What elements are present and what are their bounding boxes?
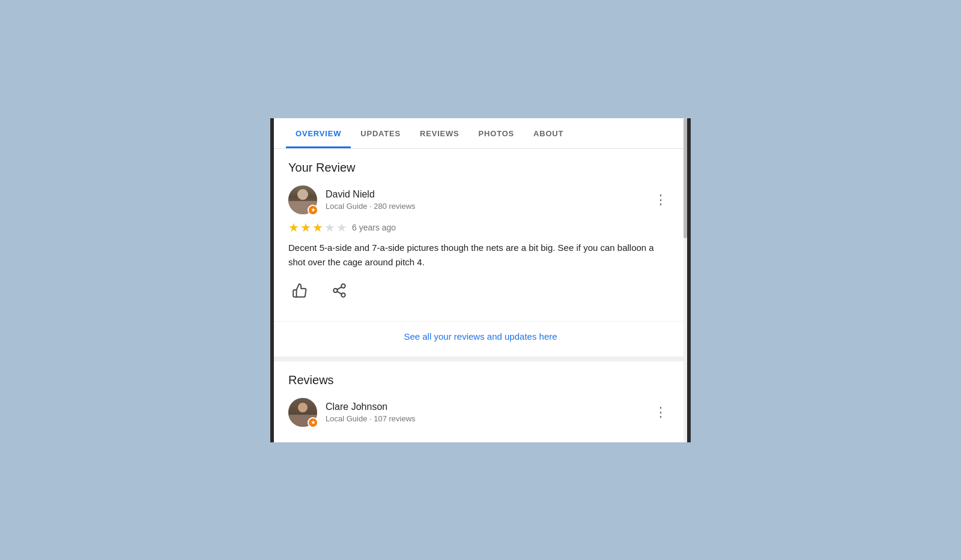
review-text: Decent 5-a-side and 7-a-side pictures th… — [288, 241, 673, 269]
reviewer-details: David Nield Local Guide · 280 reviews — [326, 188, 416, 211]
tab-photos[interactable]: PHOTOS — [469, 118, 524, 148]
scrollbar-thumb[interactable] — [684, 118, 687, 238]
star-4: ★ — [324, 220, 335, 235]
clare-meta: Local Guide · 107 reviews — [326, 414, 416, 423]
star-1: ★ — [288, 220, 299, 235]
star-2: ★ — [300, 220, 311, 235]
clare-details: Clare Johnson Local Guide · 107 reviews — [326, 401, 416, 424]
see-all-link[interactable]: See all your reviews and updates here — [404, 331, 557, 342]
clare-avatar: ★ — [288, 398, 317, 427]
see-all-section: See all your reviews and updates here — [274, 321, 687, 357]
section-divider — [274, 357, 687, 361]
clare-name: Clare Johnson — [326, 401, 416, 414]
tabs-bar: OVERVIEW UPDATES REVIEWS PHOTOS ABOUT — [274, 118, 687, 149]
thumbs-up-icon — [292, 283, 308, 298]
reviewer-header: ★ David Nield Local Guide · 280 reviews … — [288, 185, 673, 214]
avatar: ★ — [288, 185, 317, 214]
main-content: Your Review ★ David Nield Local Guide · … — [274, 149, 687, 442]
more-options-button[interactable]: ⋮ — [649, 191, 673, 209]
star-5: ★ — [336, 220, 347, 235]
clare-reviewer-header: ★ Clare Johnson Local Guide · 107 review… — [288, 398, 673, 427]
reviewer-meta: Local Guide · 280 reviews — [326, 202, 416, 211]
phone-frame: OVERVIEW UPDATES REVIEWS PHOTOS ABOUT Yo… — [270, 118, 691, 442]
review-actions — [288, 279, 673, 302]
svg-line-4 — [337, 287, 341, 289]
tab-updates[interactable]: UPDATES — [351, 118, 410, 148]
clare-role: Local Guide — [326, 414, 367, 423]
share-icon — [332, 283, 347, 298]
thumbs-up-button[interactable] — [288, 279, 311, 302]
share-button[interactable] — [328, 279, 351, 302]
time-ago: 6 years ago — [352, 223, 396, 232]
reviews-section: Reviews ★ Clare Johnson Local Guide · 10… — [274, 361, 687, 442]
your-review-title: Your Review — [288, 161, 673, 175]
scrollbar-track — [684, 118, 687, 442]
tab-reviews[interactable]: REVIEWS — [410, 118, 469, 148]
reviewer-role: Local Guide — [326, 202, 367, 211]
rating-row: ★ ★ ★ ★ ★ 6 years ago — [288, 220, 673, 235]
clare-review-card: ★ Clare Johnson Local Guide · 107 review… — [288, 398, 673, 442]
clare-more-options-button[interactable]: ⋮ — [649, 403, 673, 421]
reviewer-count: 280 reviews — [374, 202, 415, 211]
star-rating: ★ ★ ★ ★ ★ — [288, 220, 347, 235]
clare-count: 107 reviews — [374, 414, 415, 423]
reviews-title: Reviews — [288, 373, 673, 387]
tab-overview[interactable]: OVERVIEW — [286, 118, 351, 148]
svg-line-3 — [337, 291, 341, 294]
clare-local-guide-badge: ★ — [308, 417, 318, 428]
reviewer-name: David Nield — [326, 188, 416, 201]
your-review-section: Your Review ★ David Nield Local Guide · … — [274, 149, 687, 321]
your-review-card: ★ David Nield Local Guide · 280 reviews … — [288, 185, 673, 312]
tab-about[interactable]: ABOUT — [524, 118, 573, 148]
local-guide-badge: ★ — [308, 205, 318, 215]
star-3: ★ — [312, 220, 323, 235]
clare-reviewer-info: ★ Clare Johnson Local Guide · 107 review… — [288, 398, 416, 427]
reviewer-info: ★ David Nield Local Guide · 280 reviews — [288, 185, 416, 214]
